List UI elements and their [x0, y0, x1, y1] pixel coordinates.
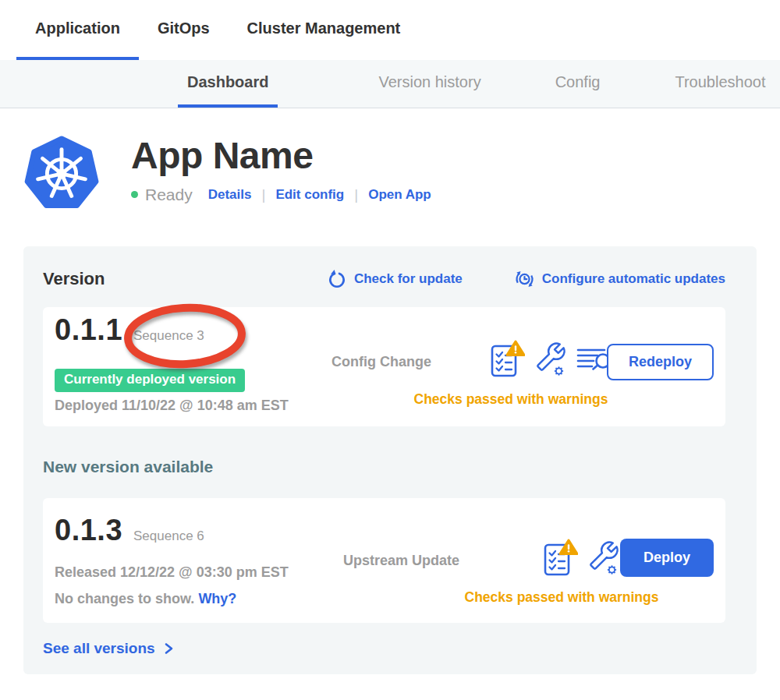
tab-application[interactable]: Application	[16, 0, 139, 60]
open-app-link[interactable]: Open App	[368, 187, 431, 203]
config-wrench-icon[interactable]	[535, 341, 566, 377]
deployed-version-number: 0.1.1	[55, 313, 122, 347]
available-sequence-label: Sequence 6	[133, 529, 204, 544]
preflight-checks-warning-icon[interactable]	[542, 539, 578, 578]
tab-config[interactable]: Config	[546, 60, 610, 108]
status-ready-dot-icon	[131, 191, 138, 198]
app-name-title: App Name	[131, 136, 431, 177]
new-version-heading: New version available	[43, 458, 725, 476]
deploy-button[interactable]: Deploy	[620, 539, 714, 577]
see-all-versions-label: See all versions	[43, 640, 155, 657]
no-changes-text: No changes to show. Why?	[55, 591, 236, 607]
kubernetes-logo-icon	[23, 134, 100, 210]
edit-config-link[interactable]: Edit config	[275, 187, 344, 203]
released-timestamp: Released 12/12/22 @ 03:30 pm EST	[55, 564, 289, 581]
configure-automatic-updates-link[interactable]: Configure automatic updates	[514, 268, 725, 289]
version-section: Version Check for update Configure autom…	[23, 246, 757, 674]
primary-nav: Application GitOps Cluster Management	[0, 0, 780, 60]
available-version-number: 0.1.3	[55, 514, 122, 547]
deployed-source-label: Config Change	[332, 354, 431, 370]
config-wrench-icon[interactable]	[588, 540, 619, 576]
app-header: App Name Ready Details | Edit config | O…	[23, 134, 780, 210]
available-source-label: Upstream Update	[343, 553, 459, 569]
configure-automatic-updates-label: Configure automatic updates	[542, 271, 725, 287]
available-checks-warning-text: Checks passed with warnings	[425, 589, 698, 606]
link-divider: |	[354, 186, 358, 203]
see-all-versions-link[interactable]: See all versions	[43, 640, 175, 657]
tab-troubleshoot[interactable]: Troubleshoot	[665, 60, 775, 108]
details-link[interactable]: Details	[208, 187, 252, 203]
check-for-update-label: Check for update	[354, 271, 463, 287]
currently-deployed-badge: Currently deployed version	[55, 369, 245, 392]
tab-dashboard[interactable]: Dashboard	[178, 60, 278, 108]
deployed-checks-warning-text: Checks passed with warnings	[378, 391, 644, 408]
app-subnav: Dashboard Version history Config Trouble…	[0, 60, 780, 108]
redeploy-button[interactable]: Redeploy	[607, 344, 714, 380]
app-status-text: Ready	[145, 186, 193, 204]
available-version-card: 0.1.3 Sequence 6 Released 12/12/22 @ 03:…	[43, 498, 725, 623]
deployed-timestamp: Deployed 11/10/22 @ 10:48 am EST	[55, 398, 289, 414]
preflight-checks-warning-icon[interactable]	[489, 340, 525, 379]
why-link[interactable]: Why?	[198, 591, 236, 606]
deployed-sequence-label: Sequence 3	[133, 328, 204, 344]
chevron-right-icon	[162, 642, 175, 656]
deployed-version-card: 0.1.1 Sequence 3 Currently deployed vers…	[43, 307, 725, 426]
tab-version-history[interactable]: Version history	[369, 60, 490, 108]
no-changes-label: No changes to show.	[55, 591, 194, 606]
check-for-update-link[interactable]: Check for update	[327, 269, 463, 289]
tab-gitops[interactable]: GitOps	[139, 0, 229, 60]
schedule-icon	[514, 268, 535, 289]
tab-cluster-management[interactable]: Cluster Management	[229, 0, 420, 60]
link-divider: |	[261, 186, 265, 203]
version-section-title: Version	[43, 269, 105, 289]
refresh-icon	[327, 269, 347, 289]
